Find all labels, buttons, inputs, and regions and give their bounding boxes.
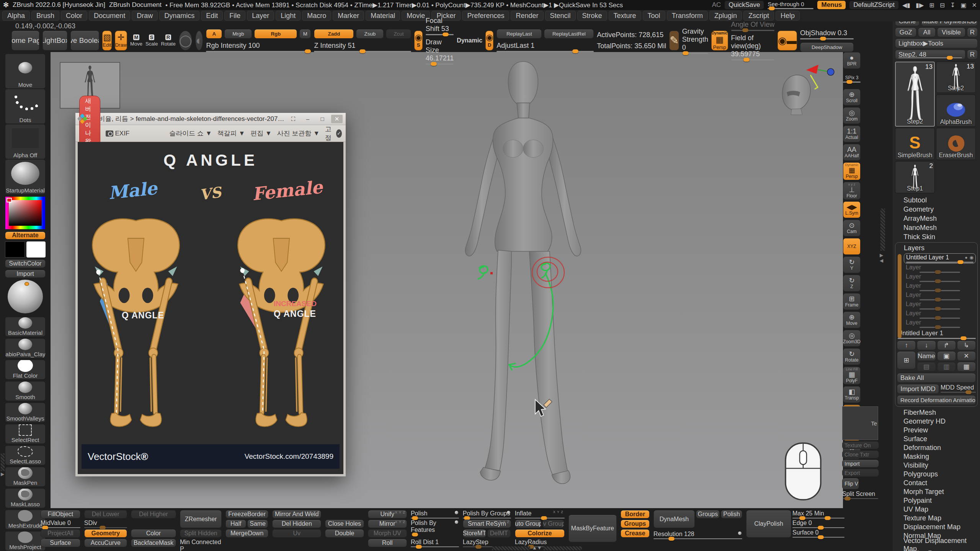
tool-section-header[interactable]: Texture Map	[895, 514, 978, 523]
tool-section-header[interactable]: Geometry HD	[895, 417, 978, 426]
move-mode-button[interactable]: M Move	[130, 31, 142, 51]
shelf-toggle[interactable]: ◎ Zoom3D	[843, 330, 861, 347]
bookmark-dropdown[interactable]: 책갈피 ▼	[217, 129, 245, 138]
bottom-control[interactable]: InflateX Y Z	[515, 510, 565, 518]
bottom-control[interactable]: Mirror And WeldX Y Z	[272, 510, 321, 518]
shelf-toggle[interactable]: ◎ Zoom	[843, 107, 861, 124]
draw-mode-button[interactable]: ✛ Draw	[115, 31, 127, 51]
bottom-control[interactable]: UnifyX Y Z	[368, 510, 407, 518]
viewer-titlebar[interactable]: 0 - 비율, 리듬 > female-and-male-skeleton-di…	[75, 113, 346, 125]
bake-all-button[interactable]: Bake All	[897, 373, 976, 383]
dynamesh-groups-button[interactable]: Groups	[696, 510, 720, 518]
menu-item[interactable]: Transform	[667, 11, 708, 21]
menu-item[interactable]: Zscript	[743, 11, 774, 21]
goz-r-button[interactable]: R	[967, 28, 978, 37]
perspective-toggle[interactable]: Dynamic ▦ Persp	[711, 31, 728, 51]
color-swatches[interactable]	[5, 241, 46, 258]
bottom-control[interactable]: DelMT	[487, 529, 511, 538]
layer-copy-button[interactable]: ▦	[957, 362, 976, 372]
material-brush-tile[interactable]: MeshExtrude	[5, 510, 46, 530]
viewer-minimize-icon[interactable]: –	[302, 116, 314, 122]
bottom-control[interactable]: Half	[225, 520, 246, 528]
draw-size-slider[interactable]: Draw Size 46.17211	[426, 38, 454, 65]
white-swatch[interactable]	[26, 241, 46, 258]
rgb-button[interactable]: Rgb	[254, 29, 297, 39]
bottom-control[interactable]: FreezeBorder	[225, 510, 268, 518]
shelf-toggle[interactable]: ↻ Z	[843, 275, 861, 292]
zsub-button[interactable]: Zsub	[356, 29, 384, 39]
shelf-toggle[interactable]: ↻ Y	[843, 256, 861, 273]
bottom-divider-grip-left[interactable]	[492, 546, 530, 550]
stroke-size-icon[interactable]: ◉S	[414, 31, 422, 51]
bottom-control[interactable]: LazyStep	[463, 539, 511, 547]
menu-item[interactable]: Stroke	[577, 11, 607, 21]
claypolish-surface-slider[interactable]: Surface 0	[792, 529, 844, 538]
gravity-strength-slider[interactable]: Gravity Strength 0	[682, 28, 708, 54]
texture-thumbnail[interactable]: Te	[842, 406, 878, 440]
bottom-control[interactable]: Roll	[368, 539, 407, 547]
clone-texture-button[interactable]: Clone Txtr	[842, 450, 879, 458]
bottom-control[interactable]: Polish By Groups	[463, 510, 511, 518]
lightbox-button[interactable]: LightBox	[42, 31, 67, 51]
shelf-toggle[interactable]: ⊕ Scroll	[843, 89, 861, 106]
groups-button[interactable]: Groups	[621, 520, 650, 528]
black-swatch[interactable]	[5, 241, 25, 258]
bottom-control[interactable]: Surface	[41, 539, 80, 547]
menu-item[interactable]: Brush	[31, 11, 59, 21]
texture-on-button[interactable]: Texture On	[842, 441, 879, 449]
material-sphere-icon[interactable]: ◐	[195, 31, 203, 51]
tool-section-header[interactable]: Morph Target	[895, 487, 978, 496]
current-tool-preview-sphere[interactable]	[8, 280, 43, 313]
layer-stack-button[interactable]: ▥	[937, 362, 956, 372]
viewer-maximize-icon[interactable]: □	[317, 116, 328, 122]
menu-item[interactable]: Layer	[247, 11, 274, 21]
panel-divider-arrows[interactable]: ▶◀	[880, 253, 883, 263]
layer-row[interactable]: Layer	[904, 282, 976, 291]
render-camera-icon[interactable]: ◉▬	[777, 31, 797, 51]
obj-shadow-slider[interactable]: ObjShadow 0.3	[800, 29, 854, 39]
resolution-slider[interactable]: Resolution 128	[653, 531, 742, 539]
shelf-toggle[interactable]: x y z ⊥ Floor	[843, 182, 861, 200]
bottom-control[interactable]: ProjectAll	[41, 529, 80, 538]
bottom-control[interactable]: Split Hidden	[180, 529, 222, 538]
shelf-toggle[interactable]: ◀▶ L.Sym	[843, 201, 861, 218]
mask-by-feature-button[interactable]: MaskByFeature	[568, 515, 617, 542]
record-deformation-button[interactable]: Record Deformation Animation	[897, 395, 976, 405]
tool-section-header[interactable]: Contact	[895, 479, 978, 487]
quicksave-button[interactable]: QuickSave	[725, 1, 764, 9]
focal-shift-slider[interactable]: Focal Shift 53	[426, 17, 454, 35]
zadd-button[interactable]: Zadd	[314, 29, 354, 39]
goz-visible-button[interactable]: Visible	[937, 28, 965, 37]
viewer-close-icon[interactable]: ✕	[331, 115, 343, 123]
switch-color-button[interactable]: SwitchColor	[5, 259, 46, 268]
zcut-button[interactable]: Zcut	[386, 29, 411, 39]
adjust-last-slider[interactable]: AdjustLast 1	[497, 42, 594, 52]
bottom-control[interactable]: Auto Groups	[515, 520, 542, 528]
record-icon[interactable]: ●	[965, 255, 967, 260]
layer-up-button[interactable]: ↑	[897, 341, 916, 350]
tool-section-header[interactable]: Vector Displacement Map	[895, 540, 978, 549]
rotate-mode-button[interactable]: R Rotate	[161, 31, 175, 51]
left-divider-arrow[interactable]: ▶	[1, 471, 4, 477]
flip-v-button[interactable]: Flip V	[842, 478, 859, 489]
shelf-toggle[interactable]: XYZ	[843, 238, 861, 255]
tool-section-header[interactable]: UV Map	[895, 505, 978, 514]
left-divider-grip[interactable]	[1, 453, 5, 471]
shelf-toggle[interactable]: Line Fill ▦ PolyF	[843, 367, 861, 385]
tool-section-header[interactable]: Surface	[895, 435, 978, 443]
tool-section-header[interactable]: ArrayMesh	[895, 214, 978, 223]
layout-icon[interactable]: ⊞	[929, 2, 934, 9]
border-button[interactable]: Border	[621, 510, 650, 518]
brush-stroke-alpha-material-tile[interactable]: StartupMaterial	[5, 159, 46, 194]
bottom-control[interactable]: Polish By Features	[411, 520, 459, 528]
bottom-control[interactable]: Del Lower	[84, 510, 127, 518]
bottom-control[interactable]: ZRemesher	[180, 510, 222, 528]
tool-section-header[interactable]: FiberMesh	[895, 408, 978, 417]
menu-item[interactable]: Render	[511, 11, 543, 21]
stroke-dynamic-icon[interactable]: ◉D	[485, 31, 493, 51]
shelf-toggle[interactable]: ⊞ Frame	[843, 293, 861, 310]
shelf-toggle[interactable]: ↻ Rotate	[843, 348, 861, 365]
texture-export-button[interactable]: Export	[842, 469, 879, 477]
selected-layer-slider[interactable]: Untitled Layer 1	[898, 329, 976, 339]
layer-redo-button[interactable]: ↱	[937, 341, 956, 350]
